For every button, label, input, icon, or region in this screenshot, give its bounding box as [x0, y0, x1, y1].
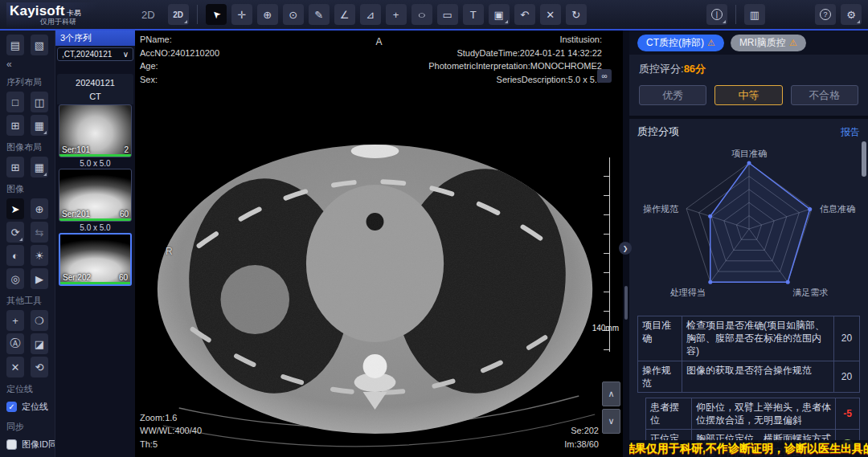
ruler-length-label: 140mm: [592, 324, 619, 333]
disclaimer-text: 结果仅用于科研,不作诊断证明，诊断以医生出具的诊断: [629, 440, 868, 457]
zoom-level-label: Zoom:1.6: [140, 411, 202, 425]
eraser-icon: ◪: [35, 338, 44, 350]
penalty-score-cell: -5: [835, 398, 859, 429]
reset-rotate-button[interactable]: ↻: [566, 4, 587, 25]
section-label-image-layout: 图像布局: [6, 141, 48, 153]
image-scroll-buttons: ∧ ∨: [602, 382, 620, 434]
play-icon: ▶: [35, 273, 43, 285]
rotate-crop-button[interactable]: ⟳: [6, 222, 24, 243]
pan-tool-button[interactable]: ✛: [231, 4, 252, 25]
locator-line-option[interactable]: 定位线: [6, 401, 48, 413]
table-row: 操作规范 图像的获取是否符合操作规范 20: [637, 361, 860, 393]
delete-annotation-button[interactable]: ✕: [540, 4, 561, 25]
qc-score-value: 86分: [684, 63, 706, 75]
item-score-cell: 20: [833, 316, 859, 361]
image-layout-custom-button[interactable]: ▦: [31, 157, 48, 177]
top-toolbar: Kayisoft 卡易 仅用于科研 2D 2D ➤ ✛ ⊕ ⊙ ✎ ∠ ⊿ + …: [0, 0, 868, 31]
grade-excellent-button[interactable]: 优秀: [639, 85, 706, 105]
report-link[interactable]: 报告: [841, 125, 860, 139]
warning-icon: ⚠: [789, 38, 797, 48]
window-level-button[interactable]: ⊙: [283, 4, 304, 25]
cursor-tool-button[interactable]: ➤: [206, 4, 227, 25]
settings-button[interactable]: ⚙: [841, 4, 862, 25]
svg-text:满足需求: 满足需求: [792, 288, 828, 297]
layout-1x2-button[interactable]: ◫: [31, 92, 48, 112]
clear-tool-button[interactable]: ✕: [6, 357, 24, 377]
measure-tool-button[interactable]: ✎: [309, 4, 330, 25]
flip-tool-button[interactable]: ⇆: [31, 222, 48, 243]
undo-button[interactable]: ↶: [514, 4, 535, 25]
toolbar-separator: [735, 5, 736, 24]
brightness-tool-button[interactable]: ☀: [31, 245, 48, 266]
checkbox[interactable]: [6, 439, 17, 450]
rectangle-tool-button[interactable]: ▭: [437, 4, 458, 25]
crosshair-tool-button[interactable]: +: [386, 4, 407, 25]
select-tool-button[interactable]: ➤: [6, 198, 24, 219]
annotation-bubble-button[interactable]: ❍: [31, 310, 48, 331]
target-tool-button[interactable]: ◎: [6, 268, 24, 289]
ct-axial-image: [135, 31, 623, 457]
stamp-tool-button[interactable]: Ⓐ: [6, 333, 24, 354]
layout-2d-button[interactable]: 2D: [168, 4, 189, 25]
cursor-icon: ➤: [209, 7, 223, 21]
sync-option-image-id[interactable]: 图像ID同步: [6, 439, 48, 451]
divider-scrollbar-thumb[interactable]: [624, 286, 628, 320]
item-desc-cell: 仰卧位，双臂上举抱头，患者体位摆放合适，无明显偏斜: [691, 398, 835, 429]
pan-icon: ✛: [237, 9, 246, 21]
layout-custom-button[interactable]: ▦: [31, 115, 48, 136]
magnifier-tool-button[interactable]: ⊕: [31, 198, 48, 219]
zoom-tool-button[interactable]: ⊕: [257, 4, 278, 25]
tab-label: MRI脑质控: [739, 36, 786, 50]
layout-1x1-button[interactable]: □: [6, 92, 24, 112]
link-series-button[interactable]: ∞: [597, 69, 612, 83]
speech-bubble-icon: ❍: [35, 315, 44, 327]
help-button[interactable]: ?: [815, 4, 836, 25]
tab-mri-qc[interactable]: MRI脑质控 ⚠: [731, 35, 806, 51]
text-tool-button[interactable]: T: [463, 4, 484, 25]
angle-tool-button[interactable]: ∠: [334, 4, 355, 25]
cine-play-button[interactable]: ▶: [31, 268, 48, 289]
study-dropdown[interactable]: ,CT,20240121 ∨: [57, 47, 133, 61]
sex-label: Sex:: [140, 73, 219, 87]
tab-ct-qc[interactable]: CT质控(肺部) ⚠: [637, 35, 724, 51]
flip-icon: ⇆: [35, 226, 44, 239]
checkbox-label: 图像ID同步: [22, 439, 55, 451]
window-level-icon: ⊙: [289, 9, 297, 21]
layout-2x2-button[interactable]: ⊞: [6, 115, 24, 136]
collapse-sidebar-button[interactable]: «: [6, 58, 48, 71]
save-button[interactable]: ▥: [744, 4, 765, 25]
checkbox[interactable]: [6, 402, 17, 412]
ellipse-icon: ○: [417, 9, 426, 21]
layout-2x2-icon: ⊞: [11, 161, 20, 173]
next-image-button[interactable]: ∨: [602, 409, 620, 434]
cobb-angle-button[interactable]: ⊿: [360, 4, 381, 25]
ellipse-tool-button[interactable]: ○: [411, 4, 432, 25]
series-thumbnail-101[interactable]: Ser:101 2: [59, 104, 132, 157]
image-window-button[interactable]: ▣: [489, 4, 510, 25]
qc-scrollbar-thumb[interactable]: [862, 141, 866, 177]
image-viewport[interactable]: PName: AccNO:2401210200 Age: Sex: A Inst…: [135, 31, 623, 457]
previous-image-button[interactable]: ∧: [602, 382, 620, 406]
grade-medium-button[interactable]: 中等: [714, 85, 782, 105]
item-name-cell: 项目准确: [638, 316, 682, 361]
layout-1x1-icon: □: [12, 96, 18, 108]
invert-tool-button[interactable]: ◐: [6, 245, 24, 266]
close-icon: ✕: [11, 361, 20, 373]
reset-tool-button[interactable]: ⟲: [31, 357, 48, 377]
close-icon: ✕: [546, 9, 555, 21]
image-count: 2: [124, 145, 129, 154]
image-layout-2x2-button[interactable]: ⊞: [6, 157, 24, 177]
report-panel-toggle-button[interactable]: ▧: [31, 35, 48, 55]
eraser-tool-button[interactable]: ◪: [31, 333, 48, 354]
grade-fail-button[interactable]: 不合格: [791, 85, 858, 105]
series-thumbnail-202[interactable]: Ser:202 60: [59, 233, 132, 286]
series-number: Ser:201: [62, 210, 90, 218]
series-panel-toggle-button[interactable]: ▤: [6, 35, 24, 55]
info-icon: ❘: [711, 9, 723, 20]
series-thumbnail-201[interactable]: Ser:201 60: [59, 169, 132, 222]
add-marker-button[interactable]: +: [6, 310, 24, 331]
logo-text: Kayisoft: [10, 4, 65, 18]
info-button[interactable]: ❘: [706, 4, 727, 25]
series-number: Ser:202: [63, 273, 91, 282]
expand-panel-button[interactable]: ❯: [619, 242, 632, 255]
